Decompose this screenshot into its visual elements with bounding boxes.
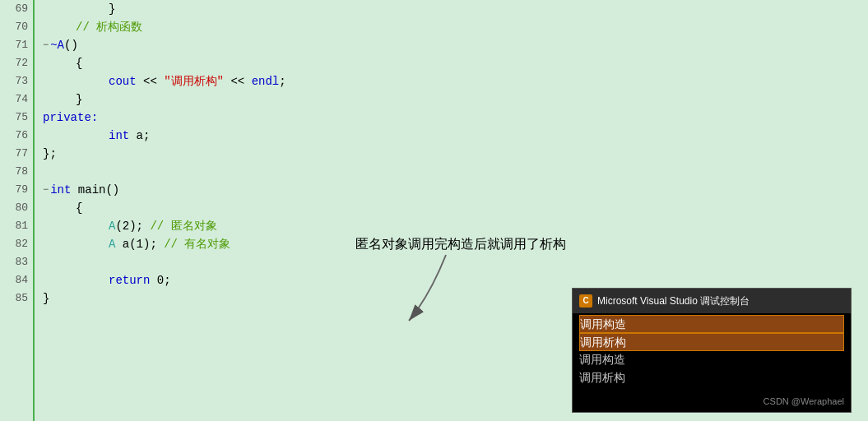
console-line-4: 调用析构 bbox=[579, 369, 844, 387]
ln-71: 71 bbox=[5, 36, 28, 54]
fold-79[interactable]: − bbox=[43, 181, 49, 199]
code-line-79: −int main() bbox=[43, 181, 868, 199]
code-line-73: cout << "调用析构" << endl; bbox=[43, 72, 868, 90]
ln-84: 84 bbox=[5, 271, 28, 289]
console-titlebar: C Microsoft Visual Studio 调试控制台 bbox=[573, 289, 851, 313]
line-numbers: 69 70 71 72 73 74 75 76 77 78 79 80 81 8… bbox=[0, 0, 35, 421]
code-line-77: }; bbox=[43, 145, 868, 163]
ln-72: 72 bbox=[5, 54, 28, 72]
code-line-74: } bbox=[43, 90, 868, 109]
console-content: 调用构造 调用析构 调用构造 调用析构 bbox=[573, 313, 851, 391]
console-title: Microsoft Visual Studio 调试控制台 bbox=[597, 292, 750, 310]
code-text: ~A() bbox=[50, 36, 78, 54]
ln-77: 77 bbox=[5, 145, 28, 163]
ln-80: 80 bbox=[5, 199, 28, 217]
console-line-1: 调用构造 bbox=[579, 315, 844, 333]
console-line-3: 调用构造 bbox=[579, 351, 844, 369]
ln-69: 69 bbox=[5, 0, 28, 18]
ln-76: 76 bbox=[5, 127, 28, 145]
ln-70: 70 bbox=[5, 18, 28, 36]
code-line-70: // 析构函数 bbox=[43, 18, 868, 36]
console-line-2: 调用析构 bbox=[579, 333, 844, 351]
code-line-71: −~A() bbox=[43, 36, 868, 54]
console-icon: C bbox=[579, 294, 592, 308]
code-line-80: { bbox=[43, 199, 868, 217]
console-footer: CSDN @Weraphael bbox=[573, 391, 851, 412]
code-line-76: int a; bbox=[43, 127, 868, 145]
ln-78: 78 bbox=[5, 163, 28, 181]
console-popup: C Microsoft Visual Studio 调试控制台 调用构造 调用析… bbox=[572, 288, 852, 413]
ln-79: 79 bbox=[5, 181, 28, 199]
ln-82: 82 bbox=[5, 235, 28, 253]
code-area: } // 析构函数 −~A() { cout << "调用析构" << endl… bbox=[35, 0, 868, 421]
editor-container: 69 70 71 72 73 74 75 76 77 78 79 80 81 8… bbox=[0, 0, 868, 421]
code-line-72: { bbox=[43, 54, 868, 72]
ln-74: 74 bbox=[5, 90, 28, 109]
fold-71[interactable]: − bbox=[43, 36, 49, 54]
ln-83: 83 bbox=[5, 253, 28, 271]
annotation-text: 匿名对象调用完构造后就调用了析构 bbox=[355, 235, 566, 253]
ln-73: 73 bbox=[5, 72, 28, 90]
code-line-75: private: bbox=[43, 109, 868, 127]
ln-81: 81 bbox=[5, 217, 28, 235]
ln-75: 75 bbox=[5, 109, 28, 127]
code-line-84: return 0; bbox=[43, 271, 868, 289]
code-line-78 bbox=[43, 163, 868, 181]
code-line-83 bbox=[43, 253, 868, 271]
ln-85: 85 bbox=[5, 289, 28, 308]
code-line-69: } bbox=[43, 0, 868, 18]
code-line-81: A(2); // 匿名对象 bbox=[43, 217, 868, 235]
